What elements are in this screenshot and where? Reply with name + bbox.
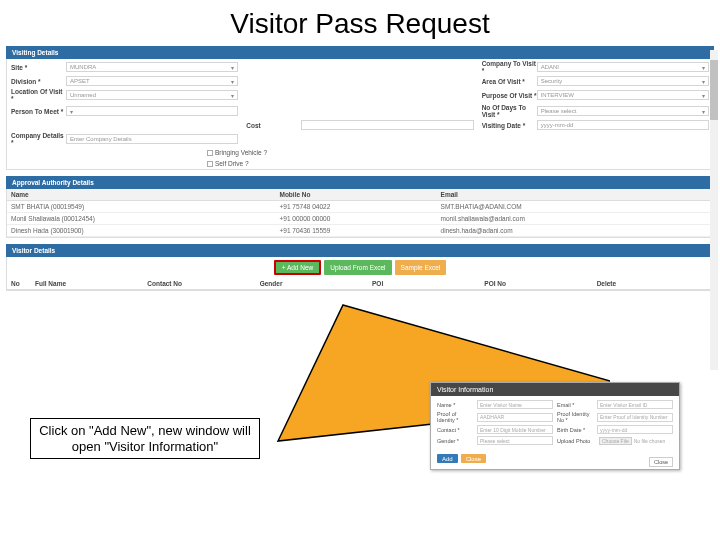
approval-header: Approval Authority Details [6,176,714,189]
cell-email: monil.shaliawala@adani.com [441,215,709,222]
person-select[interactable] [66,106,238,116]
modal-contact-label: Contact * [437,427,475,433]
modal-birthdate-label: Birth Date * [557,427,595,433]
modal-name-input[interactable]: Enter Visitor Name [477,400,553,409]
cell-mobile: +91 00000 00000 [279,215,440,222]
col-delete: Delete [597,280,709,287]
cost-label: Cost [246,122,301,129]
col-poi-no: POI No [484,280,596,287]
cell-email: SMT.BHATIA@ADANI.COM [441,203,709,210]
company-details-label: Company Details * [11,132,66,146]
visitor-details-header: Visitor Details [6,244,714,257]
company-details-input[interactable]: Enter Company Details [66,134,238,144]
cell-mobile: +91 70436 15559 [279,227,440,234]
company-visit-select[interactable]: ADANI [537,62,709,72]
bringing-vehicle-checkbox[interactable]: Bringing Vehicle ? [207,149,267,156]
division-select[interactable]: APSET [66,76,238,86]
modal-title: Visitor Information [431,383,679,396]
col-mobile: Mobile No [279,191,440,198]
modal-close-corner-button[interactable]: Close [649,457,673,467]
col-name: Name [11,191,279,198]
cell-name: SMT BHATIA (00019549) [11,203,279,210]
company-visit-label: Company To Visit * [482,60,537,74]
modal-gender-select[interactable]: Please select [477,436,553,445]
file-status: No file chosen [634,438,666,444]
visiting-details-header: Visiting Details [6,46,714,59]
add-new-button[interactable]: + Add New [274,260,322,275]
modal-name-label: Name * [437,402,475,408]
scrollbar-thumb[interactable] [710,60,718,120]
upload-excel-button[interactable]: Upload From Excel [324,260,391,275]
location-select[interactable]: Unnamed [66,90,238,100]
col-email: Email [441,191,709,198]
area-label: Area Of Visit * [482,78,537,85]
days-select[interactable]: Please select [537,106,709,116]
self-drive-checkbox[interactable]: Self Drive ? [207,160,249,167]
modal-upload-wrapper: Choose File No file chosen [597,436,673,445]
table-row: Dinesh Hada (30001900) +91 70436 15559 d… [7,225,713,237]
person-label: Person To Meet * [11,108,66,115]
cell-name: Dinesh Hada (30001900) [11,227,279,234]
site-label: Site * [11,64,66,71]
division-label: Division * [11,78,66,85]
checkbox-icon [207,150,213,156]
page-title: Visitor Pass Request [0,0,720,46]
area-select[interactable]: Security [537,76,709,86]
modal-birthdate-input[interactable]: yyyy-mm-dd [597,425,673,434]
visiting-date-input[interactable]: yyyy-mm-dd [537,120,709,130]
cell-email: dinesh.hada@adani.com [441,227,709,234]
modal-gender-label: Gender * [437,438,475,444]
modal-email-input[interactable]: Enter Visitor Email ID [597,400,673,409]
modal-add-button[interactable]: Add [437,454,458,463]
col-contact: Contact No [147,280,259,287]
purpose-label: Purpose Of Visit * [482,92,537,99]
modal-poi-no-input[interactable]: Enter Proof of Identity Number [597,413,673,422]
site-select[interactable]: MUNDRA [66,62,238,72]
bringing-vehicle-label: Bringing Vehicle ? [215,149,267,156]
cost-input[interactable] [301,120,473,130]
col-gender: Gender [260,280,372,287]
cell-mobile: +91 75748 04022 [279,203,440,210]
days-label: No Of Days To Visit * [482,104,537,118]
col-fullname: Full Name [35,280,147,287]
app-frame: Visiting Details Site *MUNDRA Company To… [6,46,714,291]
modal-poi-no-label: Proof Identity No * [557,411,595,423]
visitor-details-panel: + Add New Upload From Excel Sample Excel… [6,257,714,291]
scrollbar[interactable] [710,50,718,370]
col-poi: POI [372,280,484,287]
visitor-table-header: No Full Name Contact No Gender POI POI N… [7,278,713,290]
sample-excel-button[interactable]: Sample Excel [395,260,447,275]
cell-name: Monil Shaliawala (00012454) [11,215,279,222]
instruction-callout: Click on "Add New", new window will open… [30,418,260,459]
checkbox-icon [207,161,213,167]
modal-poi-select[interactable]: AADHAAR [477,413,553,422]
choose-file-button[interactable]: Choose File [599,437,632,445]
visiting-details-panel: Site *MUNDRA Company To Visit *ADANI Div… [6,59,714,170]
table-row: Monil Shaliawala (00012454) +91 00000 00… [7,213,713,225]
self-drive-label: Self Drive ? [215,160,249,167]
location-label: Location Of Visit * [11,88,66,102]
modal-upload-label: Upload Photo [557,438,595,444]
visiting-date-label: Visiting Date * [482,122,537,129]
table-row: SMT BHATIA (00019549) +91 75748 04022 SM… [7,201,713,213]
modal-poi-label: Proof of Identity * [437,411,475,423]
col-no: No [11,280,35,287]
modal-contact-input[interactable]: Enter 10 Digit Mobile Number [477,425,553,434]
approval-panel: Name Mobile No Email SMT BHATIA (0001954… [6,189,714,238]
visitor-info-modal: Visitor Information Name *Enter Visitor … [430,382,680,470]
modal-email-label: Email * [557,402,595,408]
modal-close-button[interactable]: Close [461,454,486,463]
purpose-select[interactable]: INTERVIEW [537,90,709,100]
